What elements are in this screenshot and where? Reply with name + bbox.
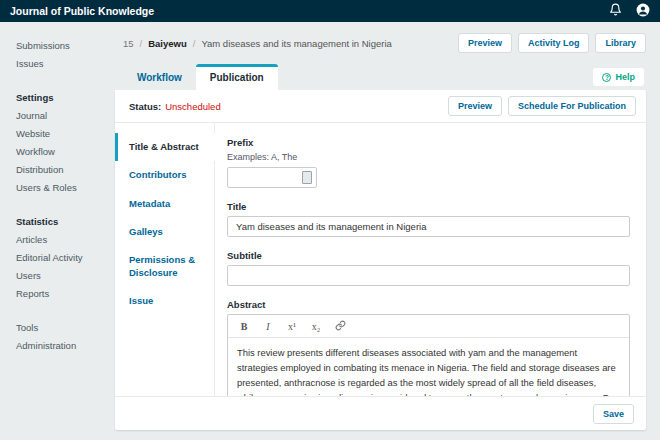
sidebar-item-reports[interactable]: Reports: [16, 284, 115, 302]
abstract-toolbar: B I x¹ x₂: [228, 315, 629, 338]
publication-panel: Status: Unscheduled Preview Schedule For…: [115, 90, 646, 430]
notifications-button[interactable]: [609, 3, 622, 19]
title-abstract-form: Prefix Examples: A, The Title Subtitle: [215, 123, 646, 396]
bold-button[interactable]: B: [234, 318, 254, 334]
abstract-label: Abstract: [227, 299, 630, 310]
breadcrumb-author: Baiyewu: [148, 38, 187, 49]
prefix-hint: Examples: A, The: [227, 152, 630, 162]
status-value: Unscheduled: [165, 101, 220, 112]
schedule-for-publication-button[interactable]: Schedule For Publication: [508, 96, 636, 116]
breadcrumb-submission-title: Yam diseases and its management in Niger…: [201, 38, 391, 49]
sidebar-item-workflow[interactable]: Workflow: [16, 142, 115, 160]
abstract-text[interactable]: This review presents different diseases …: [228, 338, 629, 396]
help-label: Help: [615, 72, 635, 82]
sidebar-item-journal[interactable]: Journal: [16, 106, 115, 124]
sidebar-heading-settings: Settings: [16, 88, 115, 106]
sidebar-heading-statistics: Statistics: [16, 212, 115, 230]
subnav-contributors[interactable]: Contributors: [115, 161, 214, 189]
subnav-metadata[interactable]: Metadata: [115, 190, 214, 218]
bell-icon: [609, 3, 622, 19]
status-label: Status:: [129, 101, 161, 112]
subscript-button[interactable]: x₂: [306, 318, 326, 334]
insert-link-button[interactable]: [330, 318, 350, 334]
user-menu-button[interactable]: [636, 3, 650, 20]
subtitle-input[interactable]: [227, 265, 630, 286]
publication-subnav: Title & Abstract Contributors Metadata G…: [115, 123, 215, 396]
title-input[interactable]: [227, 216, 630, 237]
preview-button[interactable]: Preview: [458, 33, 512, 53]
italic-button[interactable]: I: [258, 318, 278, 334]
link-icon: [335, 320, 346, 333]
tab-publication[interactable]: Publication: [196, 64, 278, 90]
sidebar-item-administration[interactable]: Administration: [16, 336, 115, 354]
subnav-galleys[interactable]: Galleys: [115, 218, 214, 246]
title-label: Title: [227, 201, 630, 212]
save-button[interactable]: Save: [593, 404, 634, 424]
subnav-title-abstract[interactable]: Title & Abstract: [115, 133, 215, 161]
sidebar-nav: Submissions Issues Settings Journal Webs…: [0, 22, 115, 440]
breadcrumb-separator: /: [193, 38, 196, 49]
breadcrumb: 15 / Baiyewu / Yam diseases and its mana…: [123, 38, 392, 49]
subtitle-label: Subtitle: [227, 250, 630, 261]
breadcrumb-separator: /: [140, 38, 143, 49]
tab-workflow[interactable]: Workflow: [123, 65, 196, 90]
breadcrumb-submission-id[interactable]: 15: [123, 38, 134, 49]
sidebar-item-users-roles[interactable]: Users & Roles: [16, 178, 115, 196]
superscript-button[interactable]: x¹: [282, 318, 302, 334]
sidebar-item-tools[interactable]: Tools: [16, 318, 115, 336]
sidebar-item-editorial-activity[interactable]: Editorial Activity: [16, 248, 115, 266]
preview-publication-button[interactable]: Preview: [448, 96, 502, 116]
help-button[interactable]: ? Help: [593, 68, 644, 86]
sidebar-item-issues[interactable]: Issues: [16, 54, 115, 72]
journal-title: Journal of Public Knowledge: [10, 5, 154, 17]
top-app-bar: Journal of Public Knowledge: [0, 0, 660, 22]
sidebar-item-submissions[interactable]: Submissions: [16, 36, 115, 54]
prefix-label: Prefix: [227, 137, 630, 148]
abstract-richtext-editor: B I x¹ x₂ This review presents: [227, 314, 630, 396]
library-button[interactable]: Library: [595, 33, 646, 53]
user-avatar-icon: [636, 3, 650, 20]
workflow-publication-tabs: Workflow Publication ? Help: [123, 62, 646, 90]
sidebar-item-website[interactable]: Website: [16, 124, 115, 142]
subnav-issue[interactable]: Issue: [115, 287, 214, 315]
sidebar-item-articles[interactable]: Articles: [16, 230, 115, 248]
help-icon: ?: [602, 73, 611, 82]
sidebar-item-users[interactable]: Users: [16, 266, 115, 284]
activity-log-button[interactable]: Activity Log: [518, 33, 590, 53]
sidebar-item-distribution[interactable]: Distribution: [16, 160, 115, 178]
autofill-icon: [302, 171, 312, 184]
subnav-permissions-disclosure[interactable]: Permissions & Disclosure: [115, 246, 214, 287]
